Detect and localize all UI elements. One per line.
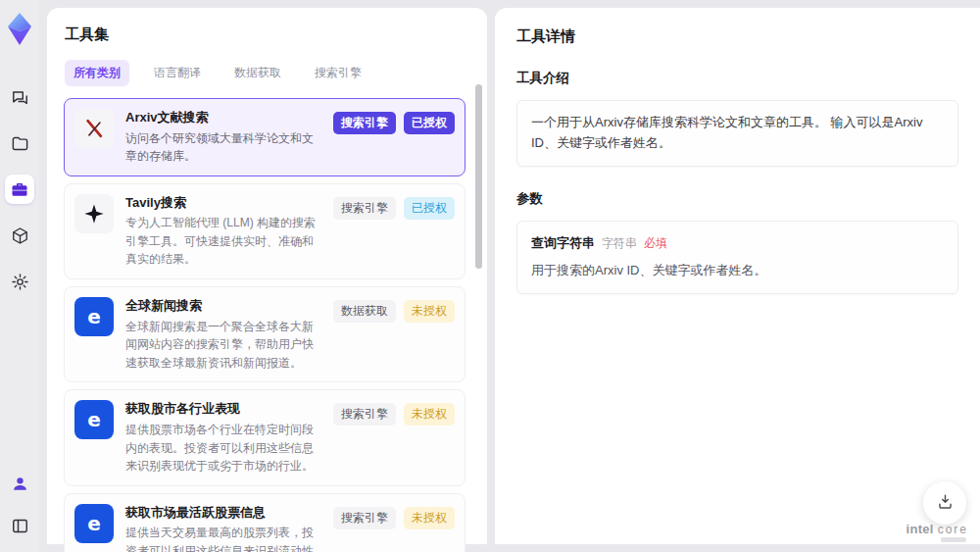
logo-sub-mark: [941, 537, 966, 542]
tool-description: 提供股票市场各个行业在特定时间段内的表现。投资者可以利用这些信息来识别表现优于或…: [125, 421, 323, 476]
tool-detail-panel: 工具详情 工具介绍 一个用于从Arxiv存储库搜索科学论文和文章的工具。 输入可…: [495, 8, 980, 544]
download-icon: [936, 492, 955, 514]
chat-icon[interactable]: [5, 82, 34, 112]
user-icon[interactable]: [5, 469, 34, 498]
category-badge: 数据获取: [333, 300, 396, 323]
download-button[interactable]: [923, 481, 966, 525]
toolset-panel: 工具集 所有类别语言翻译数据获取搜索引擎 Arxiv文献搜索访问各个研究领域大量…: [47, 8, 487, 544]
tool-card[interactable]: e获取市场最活跃股票信息提供当天交易量最高的股票列表，投资者可以利用这些信息来识…: [64, 493, 466, 552]
tool-name: Arxiv文献搜索: [125, 109, 323, 126]
tool-name: Tavily搜索: [125, 194, 323, 212]
status-badge: 已授权: [404, 197, 455, 220]
tool-name: 获取市场最活跃股票信息: [125, 504, 323, 522]
tool-card[interactable]: e全球新闻搜索全球新闻搜索是一个聚合全球各大新闻网站内容的搜索引擎，帮助用户快速…: [64, 286, 466, 382]
param-name: 查询字符串: [531, 233, 595, 254]
param-required-badge: 必填: [644, 234, 667, 253]
intel-core-logo: intel core: [906, 522, 969, 542]
tab-2[interactable]: 数据获取: [225, 60, 290, 86]
param-type: 字符串: [602, 234, 637, 253]
category-badge: 搜索引擎: [333, 112, 396, 134]
panel-toggle-icon[interactable]: [5, 511, 34, 540]
gear-icon[interactable]: [5, 267, 34, 296]
param-description: 用于搜索的Arxiv ID、关键字或作者姓名。: [531, 261, 944, 281]
tool-list: Arxiv文献搜索访问各个研究领域大量科学论文和文章的存储库。搜索引擎已授权Ta…: [64, 98, 466, 552]
tab-3[interactable]: 搜索引擎: [306, 60, 370, 86]
tool-description: 访问各个研究领域大量科学论文和文章的存储库。: [125, 129, 323, 166]
left-rail: [0, 0, 39, 552]
status-badge: 已授权: [404, 112, 455, 134]
intro-box: 一个用于从Arxiv存储库搜索科学论文和文章的工具。 输入可以是Arxiv ID…: [516, 100, 958, 167]
news-blue-icon: e: [74, 297, 114, 336]
news-blue-icon: e: [74, 504, 114, 543]
tool-description: 全球新闻搜索是一个聚合全球各大新闻网站内容的搜索引擎，帮助用户快速获取全球最新资…: [125, 318, 323, 373]
app-logo-icon: [5, 12, 34, 51]
arxiv-icon: [74, 109, 114, 148]
tool-card[interactable]: Arxiv文献搜索访问各个研究领域大量科学论文和文章的存储库。搜索引擎已授权: [64, 98, 466, 176]
category-badge: 搜索引擎: [333, 403, 396, 426]
tool-description: 专为人工智能代理 (LLM) 构建的搜索引擎工具。可快速提供实时、准确和真实的结…: [125, 214, 323, 269]
cube-icon[interactable]: [5, 221, 34, 250]
core-wordmark: core: [938, 523, 968, 536]
tool-card[interactable]: Tavily搜索专为人工智能代理 (LLM) 构建的搜索引擎工具。可快速提供实时…: [64, 183, 466, 279]
tavily-icon: [74, 194, 114, 233]
tool-name: 获取股市各行业表现: [125, 400, 323, 418]
intel-wordmark: intel: [906, 522, 934, 536]
status-badge: 未授权: [404, 507, 455, 529]
list-scrollbar[interactable]: [475, 84, 482, 269]
status-badge: 未授权: [404, 300, 455, 323]
intro-title: 工具介绍: [516, 70, 958, 87]
tool-card[interactable]: e获取股市各行业表现提供股票市场各个行业在特定时间段内的表现。投资者可以利用这些…: [64, 389, 466, 485]
status-badge: 未授权: [404, 403, 455, 426]
category-badge: 搜索引擎: [333, 197, 396, 220]
toolset-title: 工具集: [65, 25, 469, 44]
intro-text: 一个用于从Arxiv存储库搜索科学论文和文章的工具。 输入可以是Arxiv ID…: [531, 115, 922, 150]
news-blue-icon: e: [74, 400, 114, 439]
params-title: 参数: [516, 190, 958, 208]
category-tabs: 所有类别语言翻译数据获取搜索引擎: [65, 60, 469, 86]
rail-nav: [5, 82, 34, 296]
tool-name: 全球新闻搜索: [125, 297, 323, 315]
toolbox-icon[interactable]: [5, 175, 34, 204]
detail-title: 工具详情: [516, 27, 958, 46]
tab-1[interactable]: 语言翻译: [145, 60, 210, 86]
category-badge: 搜索引擎: [333, 507, 396, 529]
param-box: 查询字符串 字符串 必填 用于搜索的Arxiv ID、关键字或作者姓名。: [516, 221, 958, 295]
folder-icon[interactable]: [5, 128, 34, 158]
tab-all-categories[interactable]: 所有类别: [65, 60, 129, 86]
tool-description: 提供当天交易量最高的股票列表，投资者可以利用这些信息来识别流动性强的股票和潜在的…: [125, 524, 323, 552]
